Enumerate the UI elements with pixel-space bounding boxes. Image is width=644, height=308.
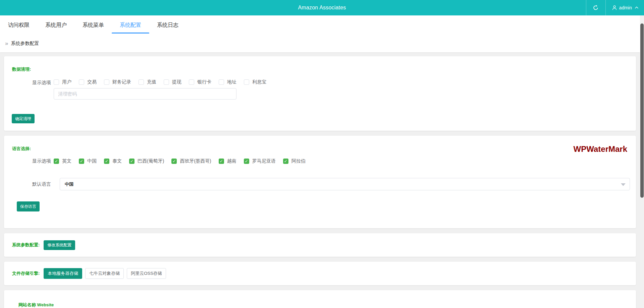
tab-label: 访问权限 bbox=[8, 22, 30, 28]
checkbox-label: 银行卡 bbox=[197, 79, 211, 85]
default-language-select[interactable]: 中国 bbox=[60, 178, 630, 190]
language-checkbox-list: ✓英文✓中国✓泰文✓巴西(葡萄牙)✓西班牙(墨西哥)✓越南✓罗马尼亚语✓阿拉伯 bbox=[54, 158, 313, 164]
checkbox-label: 泰文 bbox=[112, 158, 122, 164]
checkbox-item[interactable]: ✓英文 bbox=[54, 158, 71, 164]
vertical-scrollbar-track[interactable] bbox=[640, 15, 644, 308]
tab-bar: 访问权限系统用户系统菜单系统配置系统日志 bbox=[0, 15, 640, 34]
cleanup-checkbox-list: 用户交易财务记录充值提现银行卡地址利息宝 bbox=[54, 79, 274, 86]
cleanup-options-row: 显示选项 用户交易财务记录充值提现银行卡地址利息宝 bbox=[32, 79, 274, 86]
tab-3[interactable]: 系统配置 bbox=[120, 21, 141, 34]
tab-label: 系统日志 bbox=[157, 22, 178, 28]
username-label: admin bbox=[619, 5, 632, 10]
tab-2[interactable]: 系统菜单 bbox=[83, 21, 104, 34]
user-menu[interactable]: admin bbox=[606, 0, 644, 15]
storage-option-label: 本地服务器存储 bbox=[48, 271, 78, 276]
data-cleanup-title: 数据清理: bbox=[12, 66, 31, 72]
checkbox-checked-icon[interactable]: ✓ bbox=[79, 159, 84, 164]
storage-option-label: 七牛云对象存储 bbox=[89, 271, 120, 276]
checkbox-checked-icon[interactable]: ✓ bbox=[129, 159, 135, 164]
checkbox-item[interactable]: 地址 bbox=[219, 79, 236, 85]
website-card: 网站名称 Website bbox=[4, 290, 636, 308]
checkbox-label: 充值 bbox=[147, 79, 156, 85]
checkbox-label: 中国 bbox=[87, 158, 97, 164]
checkbox-checked-icon[interactable]: ✓ bbox=[283, 159, 288, 164]
checkbox-label: 越南 bbox=[227, 158, 236, 164]
data-cleanup-card: 数据清理: 显示选项 用户交易财务记录充值提现银行卡地址利息宝 确定清理 bbox=[4, 56, 636, 131]
checkbox-item[interactable]: ✓阿拉伯 bbox=[283, 158, 306, 164]
page-header-section: 访问权限系统用户系统菜单系统配置系统日志 » 系统参数配置 bbox=[0, 15, 640, 52]
options-row-label: 显示选项 bbox=[32, 80, 51, 86]
app-header: Amazon Associates admin bbox=[0, 0, 644, 15]
storage-engine-title: 文件存储引擎: bbox=[12, 270, 40, 276]
storage-option-button-1[interactable]: 七牛云对象存储 bbox=[85, 268, 124, 279]
checkbox-unchecked-icon[interactable] bbox=[189, 79, 194, 85]
checkbox-unchecked-icon[interactable] bbox=[54, 79, 59, 85]
app-title: Amazon Associates bbox=[0, 0, 644, 15]
checkbox-item[interactable]: 利息宝 bbox=[244, 79, 266, 85]
checkbox-unchecked-icon[interactable] bbox=[104, 79, 109, 85]
checkbox-checked-icon[interactable]: ✓ bbox=[219, 159, 224, 164]
checkbox-unchecked-icon[interactable] bbox=[244, 79, 249, 85]
tab-4[interactable]: 系统日志 bbox=[157, 21, 178, 34]
checkbox-item[interactable]: 提现 bbox=[164, 79, 181, 85]
checkbox-item[interactable]: ✓中国 bbox=[79, 158, 97, 164]
save-language-button[interactable]: 保存语言 bbox=[17, 201, 40, 211]
system-config-card: 系统参数配置: 修改系统配置 bbox=[4, 233, 636, 257]
checkbox-label: 罗马尼亚语 bbox=[252, 158, 276, 164]
checkbox-item[interactable]: ✓罗马尼亚语 bbox=[244, 158, 276, 164]
language-options-row: 显示选项 ✓英文✓中国✓泰文✓巴西(葡萄牙)✓西班牙(墨西哥)✓越南✓罗马尼亚语… bbox=[32, 158, 313, 164]
checkbox-label: 利息宝 bbox=[252, 79, 266, 85]
checkbox-item[interactable]: ✓泰文 bbox=[104, 158, 122, 164]
checkbox-label: 地址 bbox=[227, 79, 236, 85]
refresh-button[interactable] bbox=[586, 0, 606, 15]
watermark-text: WPWaterMark bbox=[574, 144, 627, 154]
language-title: 语言选择: bbox=[12, 146, 31, 152]
checkbox-checked-icon[interactable]: ✓ bbox=[244, 159, 249, 164]
confirm-cleanup-button[interactable]: 确定清理 bbox=[12, 114, 35, 123]
header-controls: admin bbox=[586, 0, 644, 15]
storage-option-button-0[interactable]: 本地服务器存储 bbox=[44, 268, 82, 279]
checkbox-unchecked-icon[interactable] bbox=[139, 79, 144, 85]
chevron-up-icon bbox=[635, 6, 639, 9]
checkbox-label: 用户 bbox=[62, 79, 71, 85]
tab-0[interactable]: 访问权限 bbox=[8, 21, 30, 34]
refresh-icon bbox=[593, 5, 599, 11]
website-name-title: 网站名称 Website bbox=[18, 302, 636, 308]
options-row-label: 显示选项 bbox=[32, 158, 51, 164]
system-config-title: 系统参数配置: bbox=[12, 242, 40, 248]
checkbox-item[interactable]: 用户 bbox=[54, 79, 71, 85]
breadcrumb: » 系统参数配置 bbox=[0, 34, 640, 48]
checkbox-label: 西班牙(墨西哥) bbox=[180, 158, 211, 164]
checkbox-unchecked-icon[interactable] bbox=[219, 79, 224, 85]
checkbox-checked-icon[interactable]: ✓ bbox=[171, 159, 177, 164]
clean-password-input[interactable] bbox=[54, 88, 236, 100]
breadcrumb-text: 系统参数配置 bbox=[11, 41, 39, 47]
default-language-row: 默认语言 中国 bbox=[32, 178, 630, 190]
vertical-scrollbar-thumb[interactable] bbox=[640, 23, 644, 198]
checkbox-item[interactable]: ✓西班牙(墨西哥) bbox=[171, 158, 211, 164]
checkbox-label: 提现 bbox=[172, 79, 181, 85]
main-content: 数据清理: 显示选项 用户交易财务记录充值提现银行卡地址利息宝 确定清理 语言选… bbox=[0, 52, 640, 308]
breadcrumb-chevrons-icon: » bbox=[5, 41, 8, 46]
user-icon bbox=[612, 5, 617, 10]
edit-system-config-button[interactable]: 修改系统配置 bbox=[44, 240, 75, 250]
checkbox-label: 交易 bbox=[87, 79, 97, 85]
checkbox-unchecked-icon[interactable] bbox=[164, 79, 169, 85]
checkbox-checked-icon[interactable]: ✓ bbox=[54, 159, 59, 164]
tab-label: 系统用户 bbox=[45, 22, 67, 28]
checkbox-item[interactable]: 财务记录 bbox=[104, 79, 131, 85]
checkbox-item[interactable]: 充值 bbox=[139, 79, 156, 85]
checkbox-item[interactable]: 交易 bbox=[79, 79, 97, 85]
checkbox-item[interactable]: ✓巴西(葡萄牙) bbox=[129, 158, 164, 164]
language-card: 语言选择: WPWaterMark 显示选项 ✓英文✓中国✓泰文✓巴西(葡萄牙)… bbox=[4, 136, 636, 228]
tab-1[interactable]: 系统用户 bbox=[45, 21, 67, 34]
checkbox-checked-icon[interactable]: ✓ bbox=[104, 159, 109, 164]
checkbox-label: 财务记录 bbox=[112, 79, 131, 85]
selected-language-value: 中国 bbox=[65, 181, 73, 187]
tab-label: 系统配置 bbox=[120, 22, 141, 28]
checkbox-item[interactable]: 银行卡 bbox=[189, 79, 211, 85]
checkbox-item[interactable]: ✓越南 bbox=[219, 158, 236, 164]
tab-label: 系统菜单 bbox=[83, 22, 104, 28]
checkbox-unchecked-icon[interactable] bbox=[79, 79, 84, 85]
storage-option-button-2[interactable]: 阿里云OSS存储 bbox=[127, 268, 166, 279]
